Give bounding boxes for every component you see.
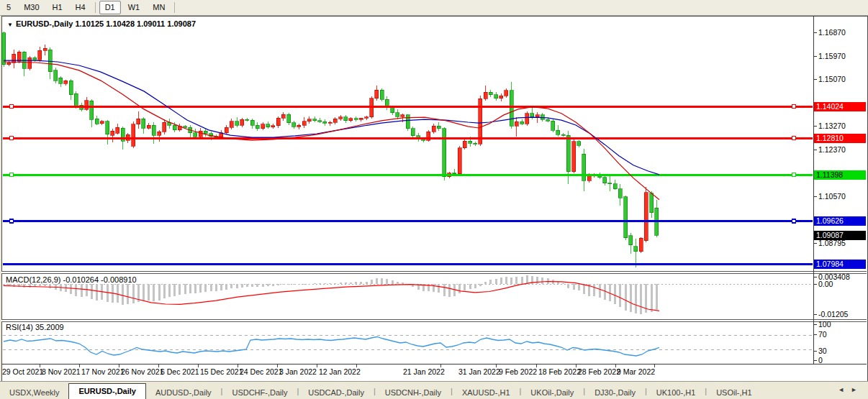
hline-handle[interactable] xyxy=(10,219,14,223)
date-label-21-Jan-2022: 21 Jan 2022 xyxy=(403,367,445,376)
candle xyxy=(271,126,275,127)
macd-histogram-bar xyxy=(189,284,191,293)
candle xyxy=(256,125,259,128)
macd-histogram-bar xyxy=(599,284,601,298)
tab-usdcad-daily[interactable]: USDCAD-,Daily xyxy=(299,385,374,399)
macd-histogram-bar xyxy=(262,284,264,287)
candle xyxy=(328,122,332,123)
candle xyxy=(64,81,68,83)
candle xyxy=(111,131,114,135)
date-label-3-Jan-2022: 3 Jan 2022 xyxy=(279,367,317,376)
candle xyxy=(184,127,187,127)
candle xyxy=(515,121,518,126)
tab-usdx-weekly[interactable]: USDX,Weekly xyxy=(0,385,68,399)
hline-handle[interactable] xyxy=(10,173,14,177)
macd-histogram-bar xyxy=(168,284,171,297)
candle xyxy=(194,133,197,137)
macd-histogram-bar xyxy=(184,284,186,294)
symbol-dropdown-icon[interactable]: ▼ xyxy=(7,22,13,28)
tab-usdchf-daily[interactable]: USDCHF-,Daily xyxy=(222,385,297,399)
macd-histogram-bar xyxy=(562,283,564,284)
candle xyxy=(173,125,176,129)
macd-histogram-bar xyxy=(13,284,15,287)
macd-histogram-bar xyxy=(443,284,446,296)
candle xyxy=(354,119,358,119)
price-label-1.13270: 1.13270 xyxy=(818,121,846,130)
macd-histogram-bar xyxy=(392,280,394,284)
chart-title: ▼EURUSD-,Daily 1.10125 1.10428 1.09011 1… xyxy=(7,19,196,28)
candle xyxy=(463,141,466,147)
hline-handle[interactable] xyxy=(792,173,796,177)
macd-histogram-bar xyxy=(256,284,258,287)
candle xyxy=(535,115,539,117)
macd-axis-label--0.01205: -0.01205 xyxy=(818,310,848,318)
macd-histogram-bar xyxy=(484,282,487,284)
candle xyxy=(235,121,239,125)
candle xyxy=(225,127,228,132)
candle xyxy=(307,119,311,121)
tab-usdcnh-daily[interactable]: USDCNH-,Daily xyxy=(376,385,451,399)
pane-separator-main-macd[interactable] xyxy=(1,271,867,274)
candle xyxy=(572,142,576,172)
candle xyxy=(432,126,435,132)
tab-scroll-right-icon[interactable]: ► xyxy=(851,386,864,393)
macd-histogram-bar xyxy=(350,283,352,284)
hline-handle[interactable] xyxy=(792,137,796,140)
candle xyxy=(318,121,322,121)
date-label-8-Nov-2021: 8 Nov 2021 xyxy=(42,367,81,376)
candle xyxy=(333,119,337,122)
macd-histogram-bar xyxy=(474,284,476,288)
hline-handle[interactable] xyxy=(792,219,796,223)
pane-separator-macd-rsi[interactable] xyxy=(1,319,867,322)
macd-histogram-bar xyxy=(630,284,632,312)
moving-average-fast xyxy=(4,62,659,200)
macd-histogram-bar xyxy=(625,284,627,311)
macd-histogram-bar xyxy=(340,283,342,284)
macd-histogram-bar xyxy=(75,284,77,296)
price-label-1.12370-tick xyxy=(814,150,817,150)
macd-histogram-bar xyxy=(614,284,616,304)
price-label-1.16870: 1.16870 xyxy=(818,28,846,37)
candle xyxy=(453,173,456,174)
tab-audusd-daily[interactable]: AUDUSD-,Daily xyxy=(146,385,221,399)
rsi-axis-label-70-tick xyxy=(814,334,817,335)
macd-histogram-bar xyxy=(495,279,497,284)
macd-histogram-bar xyxy=(293,284,295,285)
macd-histogram-bar xyxy=(334,283,336,284)
rsi-axis-label-0-tick xyxy=(814,360,817,361)
tab-xauusd-h1[interactable]: XAUUSD-,H1 xyxy=(453,385,520,399)
candle xyxy=(469,141,472,143)
candle xyxy=(499,96,503,98)
macd-histogram-bar xyxy=(376,278,378,284)
tab-uk100-h1[interactable]: UK100-,H1 xyxy=(647,385,705,399)
rsi-indicator-label: RSI(14) 35.2009 xyxy=(6,323,64,331)
rsi-line xyxy=(4,337,659,357)
rsi-axis-label-30: 30 xyxy=(818,347,827,355)
macd-histogram-bar xyxy=(210,284,212,291)
macd-histogram-bar xyxy=(500,278,502,284)
candle xyxy=(525,114,529,124)
tab-ukoil-daily[interactable]: UKOil-,Daily xyxy=(521,385,583,399)
tab-dj30-daily[interactable]: DJ30-,Daily xyxy=(585,385,645,399)
hline-handle[interactable] xyxy=(10,105,14,109)
macd-histogram-bar xyxy=(479,284,482,286)
tab-eurusd-daily[interactable]: EURUSD-,Daily xyxy=(68,383,145,399)
hline-handle[interactable] xyxy=(10,137,14,140)
macd-histogram-bar xyxy=(23,284,25,288)
candle xyxy=(245,119,249,120)
candle xyxy=(443,129,446,177)
macd-histogram-bar xyxy=(366,282,368,284)
candle xyxy=(74,93,78,106)
chart-title-text: EURUSD-,Daily 1.10125 1.10428 1.09011 1.… xyxy=(16,19,196,28)
tab-usoil-h1[interactable]: USOil-,H1 xyxy=(707,385,761,399)
candle xyxy=(137,119,140,124)
candle xyxy=(142,119,145,128)
macd-axis-label-0.00-tick xyxy=(814,284,817,285)
macd-histogram-bar xyxy=(433,284,435,292)
tab-scroll-left-icon[interactable]: ◄ xyxy=(838,386,851,393)
date-label-26-Nov-2021: 26 Nov 2021 xyxy=(121,367,164,376)
macd-histogram-bar xyxy=(489,280,492,284)
macd-histogram-bar xyxy=(132,284,135,303)
hline-handle[interactable] xyxy=(792,105,796,109)
macd-histogram-bar xyxy=(215,284,217,291)
